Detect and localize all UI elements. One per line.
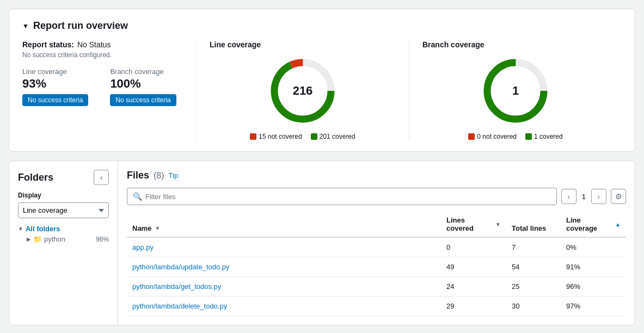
covered-dot	[311, 133, 317, 140]
report-left-panel: Report status: No Status No success crit…	[22, 40, 197, 140]
folder-tree: ▼ All folders ▶ 📁 python 96%	[18, 225, 109, 243]
folders-collapse-button[interactable]: ‹	[94, 170, 109, 185]
lines-covered-cell: 24	[441, 277, 506, 297]
branch-covered-dot	[525, 133, 532, 140]
python-folder-arrow-icon: ▶	[27, 236, 31, 242]
report-status-label: Report status:	[22, 40, 74, 49]
line-covered-label: 201 covered	[320, 133, 355, 140]
branch-donut-chart: 1	[480, 55, 551, 126]
col-total-lines-header[interactable]: Total lines	[506, 212, 561, 237]
file-link[interactable]: python/lambda/get_todos.py	[132, 282, 221, 291]
branch-no-success-button[interactable]: No success criteria	[110, 94, 176, 106]
files-table-head: Name ▼ Lines covered ▼ Total lines	[127, 212, 626, 237]
branch-chart-title: Branch coverage	[422, 40, 484, 49]
branch-coverage-chart-section: Branch coverage 1 0 not covered	[409, 40, 622, 140]
file-link[interactable]: app.py	[132, 243, 154, 251]
branch-covered-legend: 1 covered	[525, 133, 563, 140]
folders-title: Folders	[18, 172, 53, 183]
table-settings-button[interactable]: ⚙	[611, 189, 626, 204]
tip-link[interactable]: Tip	[169, 171, 179, 180]
pagination-prev-button[interactable]: ‹	[561, 189, 576, 204]
files-title: Files	[127, 170, 149, 181]
file-name-cell: app.py	[127, 237, 441, 257]
line-coverage-cell: 0%	[561, 237, 626, 257]
branch-not-covered-dot	[468, 133, 475, 140]
lines-covered-cell: 49	[441, 257, 506, 277]
display-label: Display	[18, 192, 109, 199]
col-name-header[interactable]: Name ▼	[127, 212, 441, 237]
table-row: app.py 0 7 0%	[127, 237, 626, 257]
line-covered-legend: 201 covered	[311, 133, 355, 140]
report-title-text: Report run overview	[33, 20, 128, 32]
python-folder-pct: 96%	[96, 236, 109, 243]
report-status-value: No Status	[77, 40, 111, 49]
bottom-section: Folders ‹ Display Line coverage Branch c…	[9, 161, 635, 325]
line-not-covered-legend: 15 not covered	[250, 133, 302, 140]
pagination-next-button[interactable]: ›	[591, 189, 606, 204]
total-lines-cell: 25	[506, 277, 561, 297]
table-row: python/lambda/update_todo.py 49 54 91%	[127, 257, 626, 277]
file-name-cell: python/lambda/get_todos.py	[127, 277, 441, 297]
branch-coverage-label: Branch coverage	[110, 67, 176, 76]
display-select[interactable]: Line coverage Branch coverage	[18, 202, 109, 218]
no-success-note: No success criteria configured.	[22, 51, 183, 59]
line-not-covered-label: 15 not covered	[259, 133, 302, 140]
line-coverage-label: Line coverage	[22, 67, 88, 76]
lines-covered-sort-icon: ▼	[495, 221, 501, 227]
search-icon: 🔍	[133, 192, 142, 201]
branch-not-covered-label: 0 not covered	[477, 133, 517, 140]
branch-donut-center-text: 1	[512, 84, 519, 98]
name-sort-icon: ▼	[155, 225, 160, 231]
line-donut-chart: 216	[267, 55, 338, 126]
python-folder-item: ▶ 📁 python 96%	[18, 235, 109, 243]
all-folders-item: ▼ All folders	[18, 225, 109, 233]
search-box: 🔍	[127, 188, 557, 205]
folders-sidebar: Folders ‹ Display Line coverage Branch c…	[9, 161, 118, 325]
files-count: (8)	[154, 171, 164, 181]
branch-covered-label: 1 covered	[534, 133, 563, 140]
files-table-body: app.py 0 7 0% python/lambda/update_todo.…	[127, 237, 626, 316]
all-folders-link[interactable]: All folders	[26, 225, 60, 233]
branch-chart-legend: 0 not covered 1 covered	[468, 133, 562, 140]
branch-coverage-summary: Branch coverage 100% No success criteria	[110, 67, 176, 106]
folder-icon: 📁	[33, 235, 42, 243]
total-lines-cell: 54	[506, 257, 561, 277]
file-link[interactable]: python/lambda/delete_todo.py	[132, 302, 227, 310]
files-table: Name ▼ Lines covered ▼ Total lines	[127, 212, 626, 316]
branch-not-covered-legend: 0 not covered	[468, 133, 517, 140]
line-chart-title: Line coverage	[210, 40, 261, 49]
file-name-cell: python/lambda/delete_todo.py	[127, 297, 441, 316]
line-no-success-button[interactable]: No success criteria	[22, 94, 88, 106]
branch-coverage-value: 100%	[110, 77, 176, 91]
line-coverage-cell: 96%	[561, 277, 626, 297]
all-folders-arrow-icon: ▼	[18, 226, 23, 232]
total-lines-cell: 30	[506, 297, 561, 316]
collapse-arrow-icon: ▼	[22, 22, 29, 30]
table-row: python/lambda/get_todos.py 24 25 96%	[127, 277, 626, 297]
file-name-cell: python/lambda/update_todo.py	[127, 257, 441, 277]
line-coverage-chart-section: Line coverage 21	[197, 40, 409, 140]
files-toolbar: 🔍 ‹ 1 › ⚙	[127, 188, 626, 205]
line-coverage-sort-icon: ▲	[615, 221, 621, 227]
line-donut-center-text: 216	[293, 84, 313, 98]
col-line-coverage-header[interactable]: Line coverage ▲	[561, 212, 626, 237]
not-covered-dot	[250, 133, 256, 140]
report-title: ▼ Report run overview	[22, 20, 622, 32]
lines-covered-cell: 29	[441, 297, 506, 316]
pagination: ‹ 1 ›	[561, 189, 606, 204]
line-coverage-cell: 91%	[561, 257, 626, 277]
col-lines-covered-header[interactable]: Lines covered ▼	[441, 212, 506, 237]
table-row: python/lambda/delete_todo.py 29 30 97%	[127, 297, 626, 316]
files-main-panel: Files (8) Tip 🔍 ‹ 1 › ⚙	[118, 161, 635, 325]
line-coverage-cell: 97%	[561, 297, 626, 316]
search-input[interactable]	[145, 193, 551, 201]
pagination-current: 1	[579, 193, 589, 201]
total-lines-cell: 7	[506, 237, 561, 257]
lines-covered-cell: 0	[441, 237, 506, 257]
file-link[interactable]: python/lambda/update_todo.py	[132, 263, 230, 271]
report-overview-card: ▼ Report run overview Report status: No …	[9, 9, 635, 152]
line-coverage-value: 93%	[22, 77, 88, 91]
line-coverage-summary: Line coverage 93% No success criteria	[22, 67, 88, 106]
python-folder-name[interactable]: python	[44, 235, 65, 243]
line-chart-legend: 15 not covered 201 covered	[250, 133, 355, 140]
